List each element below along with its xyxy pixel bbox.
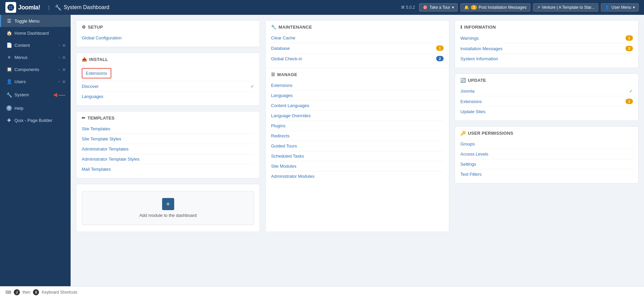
groups-link[interactable]: Groups [460, 139, 633, 149]
sidebar-item-label: System [14, 92, 48, 97]
grid-icon: ⊞ [63, 43, 65, 47]
logo-text: Joomla! [18, 4, 40, 11]
mail-templates-link[interactable]: Mail Templates [82, 164, 254, 174]
x-key: X [33, 289, 39, 295]
install-card: 📤 Install Extensions Discover ✓ [76, 53, 260, 106]
sidebar-item-toggle-menu[interactable]: ☰ Toggle Menu [0, 15, 71, 27]
upload-icon: 📤 [82, 57, 87, 62]
gear-icon: ⚙ [82, 25, 86, 30]
setup-section: ⚙ Setup Global Configuration [76, 21, 260, 47]
admin-templates-link[interactable]: Administrator Templates [82, 144, 254, 154]
admin-modules-link[interactable]: Administrator Modules [271, 171, 444, 181]
templates-section: ✏ Templates Site Templates Site Template… [76, 111, 260, 178]
bell-icon: 🔔 [464, 5, 469, 10]
user-menu-button[interactable]: 👤 User Menu ▾ [601, 3, 639, 11]
redirects-link[interactable]: Redirects [271, 131, 444, 141]
global-config-link[interactable]: Global Configuration [82, 33, 254, 43]
global-check-in-link[interactable]: Global Check-in 2 [271, 54, 444, 64]
joomla-check-icon: ✓ [629, 89, 633, 94]
sidebar-item-menus[interactable]: ≡ Menus › ⊞ [0, 51, 71, 63]
left-column: ⚙ Setup Global Configuration 📤 Install [76, 20, 260, 232]
guided-tours-link[interactable]: Guided Tours [271, 141, 444, 151]
manage-extensions-link[interactable]: Extensions [271, 80, 444, 91]
site-modules-link[interactable]: Site Modules [271, 161, 444, 171]
joomla-logo: Joomla! [5, 2, 40, 13]
clear-cache-link[interactable]: Clear Cache [271, 33, 444, 43]
grid-icon: ⊞ [63, 68, 65, 71]
main-layout: ☰ Toggle Menu 🏠 Home Dashboard 📄 Content… [0, 15, 644, 286]
sidebar-item-content[interactable]: 📄 Content › ⊞ [0, 39, 71, 51]
installation-messages-link[interactable]: Installation Messages 3 [460, 43, 633, 54]
refresh-icon: 🔄 [460, 78, 466, 83]
add-module-button[interactable]: + Add module to the dashboard [82, 191, 254, 225]
joomla-update-link[interactable]: Joomla ✓ [460, 86, 633, 96]
admin-template-styles-link[interactable]: Administrator Template Styles [82, 154, 254, 164]
take-a-tour-button[interactable]: 🎯 Take a Tour ▾ [419, 3, 458, 11]
add-module-section: + Add module to the dashboard [76, 184, 260, 232]
content-area: ⚙ Setup Global Configuration 📤 Install [71, 15, 644, 286]
database-link[interactable]: Database 1 [271, 43, 444, 54]
global-check-in-badge: 2 [436, 56, 444, 61]
system-information-link[interactable]: System Information [460, 54, 633, 64]
dashboard-grid: ⚙ Setup Global Configuration 📤 Install [76, 20, 639, 232]
page-icon: 🔧 [55, 4, 62, 11]
components-icon: 🔲 [6, 67, 12, 72]
tour-icon: 🎯 [423, 5, 428, 10]
information-title: ℹ Information [460, 25, 633, 30]
list-icon: ☰ [271, 72, 275, 77]
warnings-link[interactable]: Warnings 1 [460, 33, 633, 43]
maintenance-manage-card: 🔧 Maintenance Clear Cache Database 1 Glo… [265, 20, 449, 232]
help-icon: ? [6, 105, 12, 111]
discover-link[interactable]: Discover ✓ [82, 81, 254, 92]
manage-section: ☰ Manage Extensions Languages Content La… [266, 68, 449, 185]
sidebar-item-help[interactable]: ? Help [0, 102, 71, 114]
sidebar-item-system[interactable]: 🔧 System ◄— [0, 88, 71, 102]
pencil-icon: ✏ [82, 115, 85, 121]
sidebar-item-users[interactable]: 👤 Users › ⊞ [0, 75, 71, 88]
tour-chevron: ▾ [452, 5, 454, 10]
text-filters-link[interactable]: Text Filters [460, 169, 633, 179]
page-title: 🔧 System Dashboard [55, 4, 109, 11]
home-icon: 🏠 [6, 30, 12, 36]
external-link-icon: ↗ [537, 5, 540, 10]
site-template-styles-link[interactable]: Site Template Styles [82, 134, 254, 144]
update-card: 🔄 Update Joomla ✓ Extensions 1 Update [455, 73, 639, 121]
middle-column: 🔧 Maintenance Clear Cache Database 1 Glo… [265, 20, 449, 232]
user-permissions-section: 🔑 User Permissions Groups Access Levels … [455, 127, 638, 183]
scheduled-tasks-link[interactable]: Scheduled Tasks [271, 151, 444, 161]
toggle-menu-icon: ☰ [6, 18, 12, 24]
extensions-link[interactable]: Extensions [82, 68, 111, 78]
check-icon: ✓ [251, 84, 254, 89]
install-title: 📤 Install [82, 57, 254, 62]
setup-card: ⚙ Setup Global Configuration [76, 20, 260, 47]
languages-install-link[interactable]: Languages [82, 92, 254, 101]
setup-title: ⚙ Setup [82, 25, 254, 30]
content-languages-link[interactable]: Content Languages [271, 101, 444, 111]
extensions-update-link[interactable]: Extensions 1 [460, 96, 633, 107]
maintenance-section: 🔧 Maintenance Clear Cache Database 1 Glo… [266, 21, 449, 68]
language-overrides-link[interactable]: Language Overrides [271, 111, 444, 121]
then-label: then [23, 290, 30, 295]
content-icon: 📄 [6, 42, 12, 48]
users-icon: 👤 [6, 79, 12, 84]
warnings-badge: 1 [626, 35, 633, 41]
sidebar-item-home-dashboard[interactable]: 🏠 Home Dashboard [0, 27, 71, 39]
sidebar-item-label: Users [14, 79, 56, 84]
access-levels-link[interactable]: Access Levels [460, 149, 633, 159]
sidebar-item-label: Toggle Menu [14, 19, 65, 24]
post-install-button[interactable]: 🔔 3 Post Installation Messages [460, 3, 530, 11]
templates-card: ✏ Templates Site Templates Site Template… [76, 111, 260, 178]
external-link-button[interactable]: ↗ Venture | A Template to Star... [533, 3, 599, 11]
settings-link[interactable]: Settings [460, 159, 633, 169]
update-sites-link[interactable]: Update Sites [460, 107, 633, 117]
add-module-label: Add module to the dashboard [139, 213, 197, 218]
sidebar-item-quix[interactable]: ✚ Quix - Page Builder [0, 114, 71, 126]
plugins-link[interactable]: Plugins [271, 121, 444, 131]
site-templates-link[interactable]: Site Templates [82, 124, 254, 134]
manage-languages-link[interactable]: Languages [271, 91, 444, 101]
manage-title: ☰ Manage [271, 72, 444, 77]
user-menu-chevron: ▾ [633, 5, 635, 10]
joomla-icon [5, 2, 16, 13]
sidebar-item-components[interactable]: 🔲 Components › ⊞ [0, 63, 71, 75]
notification-count: 3 [471, 5, 477, 10]
